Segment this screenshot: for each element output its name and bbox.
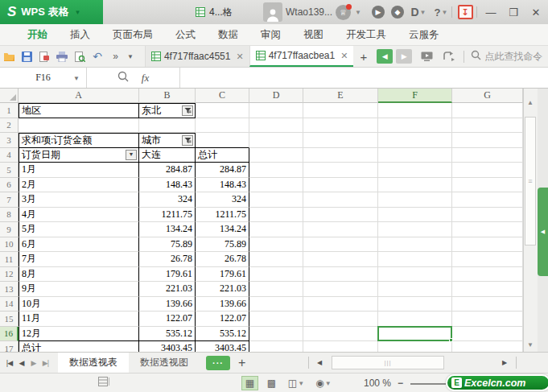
print-preview-icon[interactable]: [71, 47, 89, 65]
community-icon[interactable]: ▶: [369, 0, 387, 24]
grid-cell[interactable]: [378, 163, 452, 178]
scroll-right-icon[interactable]: ▶: [502, 359, 507, 366]
grid-cell[interactable]: 1211.75: [196, 208, 249, 223]
grid-cell[interactable]: 535.12: [196, 327, 249, 342]
grid-cell[interactable]: 12月: [19, 327, 139, 342]
tab-review[interactable]: 审阅: [249, 28, 292, 42]
prev-sheet-icon[interactable]: ◀: [15, 359, 27, 367]
grid-cell[interactable]: [303, 312, 378, 327]
grid-cell[interactable]: 324: [196, 192, 249, 208]
grid-cell[interactable]: 东北: [139, 103, 196, 118]
grid-cell[interactable]: 221.03: [139, 282, 196, 297]
grid-cell[interactable]: [378, 237, 452, 253]
close-tab-icon[interactable]: ✕: [236, 52, 243, 62]
grid-cell[interactable]: 9月: [19, 282, 139, 297]
grid-cell[interactable]: [249, 312, 303, 327]
grid-cell[interactable]: [378, 267, 452, 283]
grid-cell[interactable]: [452, 312, 523, 327]
grid-cell[interactable]: 284.87: [196, 163, 249, 178]
grid-cell[interactable]: 179.61: [139, 267, 196, 283]
grid-cell[interactable]: 324: [139, 192, 196, 208]
document-tab-active[interactable]: 4f717ffaacbea1 ✕: [249, 46, 354, 67]
grid-cell[interactable]: 6月: [19, 237, 139, 253]
grid-cell[interactable]: [303, 252, 378, 267]
grid-cell[interactable]: 148.43: [196, 178, 249, 193]
column-header[interactable]: D: [249, 89, 303, 103]
row-header[interactable]: 15: [0, 312, 19, 327]
macro-record-area[interactable]: [98, 377, 109, 386]
grid-cell[interactable]: [139, 118, 196, 134]
grid-cell[interactable]: 5月: [19, 222, 139, 237]
export-pdf-icon[interactable]: [35, 47, 53, 65]
grid-cell[interactable]: 3月: [19, 192, 139, 208]
sheet-list-button[interactable]: ···: [206, 356, 230, 370]
scroll-up-icon[interactable]: ▲: [523, 95, 538, 109]
view-normal-icon[interactable]: ▦: [241, 376, 258, 390]
fill-handle[interactable]: [449, 338, 453, 342]
dropdown-arrow-icon[interactable]: ▼: [126, 150, 137, 160]
row-header[interactable]: 13: [0, 282, 19, 297]
grid-cell[interactable]: 122.07: [139, 312, 196, 327]
grid-cell[interactable]: [303, 297, 378, 312]
grid-cell[interactable]: 求和项:订货金额: [19, 133, 139, 148]
grid-cell[interactable]: 11月: [19, 312, 139, 327]
grid-cell[interactable]: [452, 327, 523, 342]
tab-dev-tools[interactable]: 开发工具: [335, 28, 398, 42]
grid-cell[interactable]: 179.61: [196, 267, 249, 283]
search-icon[interactable]: [471, 50, 481, 63]
grid-cell[interactable]: 总计: [196, 148, 249, 163]
share-icon[interactable]: [441, 49, 457, 64]
grid-cell[interactable]: [196, 133, 249, 148]
grid-cell[interactable]: [452, 118, 523, 134]
grid-cell[interactable]: [303, 192, 378, 208]
new-document-tab-button[interactable]: +: [353, 50, 373, 64]
grid-cell[interactable]: [452, 282, 523, 297]
wps-app-button[interactable]: S WPS 表格 ▼: [0, 0, 103, 24]
grid-cell[interactable]: [303, 222, 378, 237]
row-header[interactable]: 5: [0, 163, 19, 178]
grid-cell[interactable]: [249, 178, 303, 193]
help-icon[interactable]: ?▼: [431, 0, 451, 24]
search-function-icon[interactable]: [117, 71, 129, 85]
document-tab[interactable]: 4f717ffaac4551 ✕: [145, 46, 249, 67]
grid-cell[interactable]: [452, 178, 523, 193]
grid-cell[interactable]: [303, 103, 378, 118]
grid-cell[interactable]: 总计: [19, 341, 139, 352]
scroll-down-icon[interactable]: ▼: [523, 337, 538, 352]
vip-center-icon[interactable]: ◆: [389, 0, 406, 24]
chevron-down-icon[interactable]: ▼: [73, 75, 80, 82]
grid-cell[interactable]: 2月: [19, 178, 139, 193]
tab-view[interactable]: 视图: [292, 28, 335, 42]
grid-cell[interactable]: 75.89: [139, 237, 196, 253]
grid-cell[interactable]: [378, 103, 452, 118]
grid-cell[interactable]: [303, 118, 378, 134]
grid-cell[interactable]: [249, 103, 303, 118]
minimize-button[interactable]: —: [481, 0, 501, 24]
grid-cell[interactable]: [249, 252, 303, 267]
grid-cell[interactable]: [303, 208, 378, 223]
account-area[interactable]: Wtao139... ♕ ▼: [263, 0, 361, 24]
grid-cell[interactable]: 3403.45: [196, 341, 249, 352]
grid-cell[interactable]: 地区: [19, 103, 139, 118]
grid-cell[interactable]: 221.03: [196, 282, 249, 297]
grid-cell[interactable]: [249, 192, 303, 208]
customize-toolbar-icon[interactable]: ▼: [127, 53, 134, 60]
grid-cell[interactable]: [378, 133, 452, 148]
row-header[interactable]: 11: [0, 252, 19, 267]
selected-cell-outline[interactable]: [377, 326, 452, 342]
grid-cell[interactable]: 7月: [19, 252, 139, 267]
grid-cell[interactable]: [452, 148, 523, 163]
spreadsheet[interactable]: ▲ ≡ ▼ ◀ ABCDEFG1234567891011121314151617…: [0, 89, 548, 352]
grid-cell[interactable]: [303, 327, 378, 342]
grid-cell[interactable]: [303, 267, 378, 283]
vertical-scroll-thumb[interactable]: ≡: [525, 117, 536, 246]
sheet-tab-pivot-chart[interactable]: 数据透视图: [129, 353, 200, 373]
grid-cell[interactable]: [378, 252, 452, 267]
grid-cell[interactable]: [196, 118, 249, 134]
close-tab-icon[interactable]: ✕: [340, 51, 348, 61]
grid-cell[interactable]: 10月: [19, 297, 139, 312]
grid-cell[interactable]: [249, 222, 303, 237]
row-header[interactable]: 9: [0, 222, 19, 237]
tab-insert[interactable]: 插入: [59, 28, 101, 42]
row-header[interactable]: 16: [0, 327, 19, 342]
